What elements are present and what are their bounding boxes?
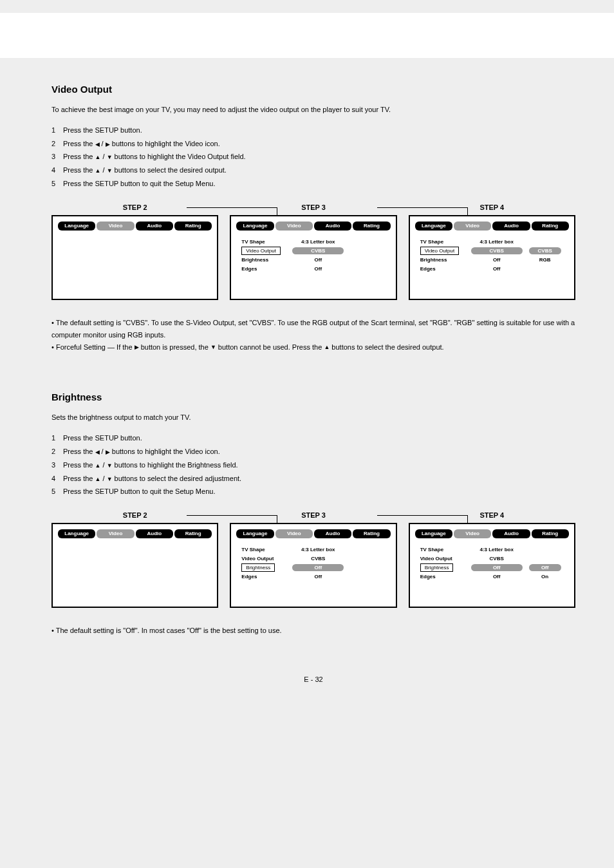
tab-video: Video	[275, 529, 313, 538]
note: • The default setting is "CVBS". To use …	[51, 317, 575, 353]
step-num: 3	[51, 150, 63, 164]
field-videooutput: Video Output	[420, 556, 468, 561]
step-list: 1Press the SETUP button. 2Press the ◀ / …	[51, 124, 575, 191]
diagram-row: STEP 2 Language Video Audio Rating STEP …	[51, 203, 575, 300]
tab-language: Language	[236, 529, 274, 538]
step-label: STEP 3	[230, 203, 396, 211]
panel-step2: STEP 2 Language Video Audio Rating	[51, 511, 218, 608]
val: CVBS	[468, 556, 526, 561]
down-arrow-icon: ▼	[107, 462, 113, 468]
tab-video: Video	[97, 222, 134, 231]
field-videooutput: Video Output	[241, 556, 289, 561]
val: 4:3 Letter box	[289, 239, 347, 245]
tab-video: Video	[454, 222, 491, 231]
val: Off	[289, 574, 347, 580]
intro: Sets the brightness output to match your…	[51, 411, 575, 424]
right-arrow-icon: ▶	[106, 140, 110, 147]
tab-language: Language	[58, 529, 95, 538]
right-arrow-icon: ▶	[106, 448, 110, 455]
note: • The default setting is "Off". In most …	[51, 625, 575, 637]
tab-language: Language	[415, 529, 452, 538]
tab-audio: Audio	[492, 529, 530, 538]
step-num: 2	[51, 137, 63, 151]
val: CVBS	[289, 556, 347, 561]
step-text: Press the ▲ / ▼ buttons to highlight the…	[63, 150, 246, 164]
tab-audio: Audio	[136, 222, 173, 231]
step-num: 4	[51, 472, 63, 486]
val: Off	[289, 257, 347, 263]
section-brightness: Brightness Sets the brightness output to…	[51, 392, 575, 637]
step-num: 3	[51, 458, 63, 472]
step-num: 1	[51, 431, 63, 445]
field-edges: Edges	[241, 574, 289, 580]
tab-rating: Rating	[532, 222, 569, 231]
step-text: Press the ◀ / ▶ buttons to highlight the…	[63, 137, 220, 151]
opt: RGB	[526, 257, 564, 263]
step-list: 1Press the SETUP button. 2Press the ◀ / …	[51, 431, 575, 498]
step-text: Press the SETUP button to quit the Setup…	[63, 485, 215, 498]
left-arrow-icon: ◀	[95, 140, 100, 147]
header-band	[0, 13, 614, 58]
tab-rating: Rating	[532, 529, 569, 538]
val-selected: Off	[292, 564, 344, 571]
panel-step3: STEP 3 Language Video Audio Rating TV Sh…	[230, 511, 396, 608]
tab-language: Language	[58, 222, 95, 231]
field-edges: Edges	[420, 266, 468, 272]
val: Off	[289, 266, 347, 272]
step-text: Press the ◀ / ▶ buttons to highlight the…	[63, 445, 220, 458]
panel-step4: STEP 4 Language Video Audio Rating TV Sh…	[409, 203, 575, 300]
up-arrow-icon: ▲	[95, 475, 101, 482]
tab-language: Language	[236, 222, 274, 231]
tab-language: Language	[415, 222, 452, 231]
field-brightness: Brightness	[241, 257, 289, 263]
up-arrow-icon: ▲	[95, 167, 101, 174]
down-arrow-icon: ▼	[210, 344, 216, 350]
step-label: STEP 2	[51, 511, 218, 519]
section-title: Video Output	[51, 84, 575, 95]
menu-panel: Language Video Audio Rating TV Shape4:3 …	[230, 215, 396, 300]
step-text: Press the ▲ / ▼ buttons to highlight the…	[63, 458, 238, 472]
down-arrow-icon: ▼	[107, 154, 113, 160]
opt: CVBS	[529, 247, 561, 254]
section-video-output: Video Output To achieve the best image o…	[51, 84, 575, 353]
val: Off	[468, 266, 526, 272]
panel-step2: STEP 2 Language Video Audio Rating	[51, 203, 218, 300]
val-selected: CVBS	[292, 247, 344, 254]
down-arrow-icon: ▼	[107, 475, 113, 482]
menu-panel: Language Video Audio Rating TV Shape4:3 …	[230, 523, 396, 608]
step-num: 2	[51, 445, 63, 458]
tab-rating: Rating	[353, 222, 390, 231]
down-arrow-icon: ▼	[107, 167, 113, 174]
val: Off	[468, 574, 526, 580]
step-text: Press the SETUP button to quit the Setup…	[63, 177, 215, 191]
menu-panel: Language Video Audio Rating	[51, 215, 218, 300]
intro: To achieve the best image on your TV, yo…	[51, 104, 575, 116]
panel-step4: STEP 4 Language Video Audio Rating TV Sh…	[409, 511, 575, 608]
step-num: 5	[51, 177, 63, 191]
step-label: STEP 3	[230, 511, 396, 519]
val: Off	[468, 257, 526, 263]
tab-audio: Audio	[314, 222, 351, 231]
step-num: 4	[51, 164, 63, 177]
step-num: 5	[51, 485, 63, 498]
field-brightness: Brightness	[241, 563, 275, 572]
page-number: E - 32	[51, 675, 575, 683]
opt: Off	[529, 564, 561, 571]
tab-rating: Rating	[353, 529, 390, 538]
right-arrow-icon: ▶	[135, 344, 139, 350]
opt: On	[526, 574, 564, 580]
menu-panel: Language Video Audio Rating TV Shape4:3 …	[409, 215, 575, 300]
menu-panel: Language Video Audio Rating	[51, 523, 218, 608]
tab-audio: Audio	[314, 529, 351, 538]
field-tvshape: TV Shape	[241, 239, 289, 245]
field-edges: Edges	[241, 266, 289, 272]
step-text: Press the SETUP button.	[63, 431, 142, 445]
val: 4:3 Letter box	[468, 547, 526, 552]
panel-step3: STEP 3 Language Video Audio Rating TV Sh…	[230, 203, 396, 300]
val-selected: Off	[471, 564, 523, 571]
tab-audio: Audio	[136, 529, 173, 538]
step-num: 1	[51, 124, 63, 137]
left-arrow-icon: ◀	[95, 448, 100, 455]
tab-audio: Audio	[492, 222, 530, 231]
field-videooutput: Video Output	[420, 247, 460, 255]
